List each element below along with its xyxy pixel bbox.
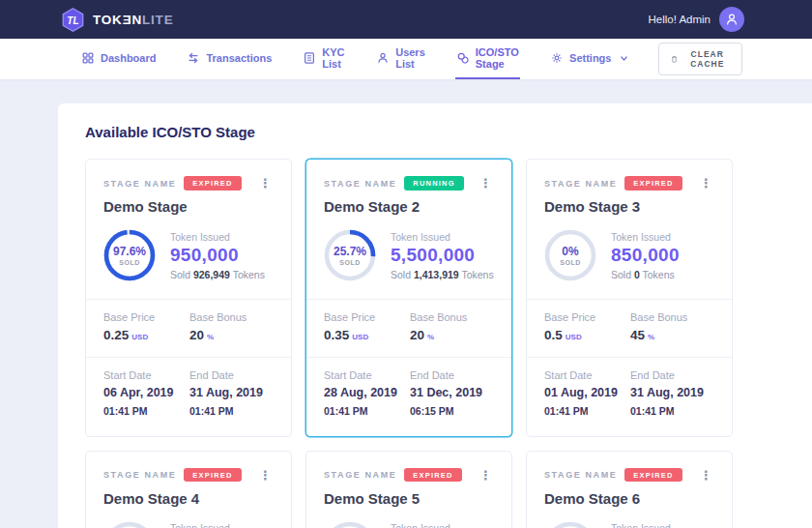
sold-tokens-line: Sold 0 Tokens xyxy=(611,269,680,280)
stage-card: STAGE NAME EXPIRED ⋮ Demo Stage 6 0% SOL… xyxy=(526,451,733,528)
nav-label: Settings xyxy=(569,52,611,64)
main-nav: Dashboard Transactions KYC List Users Li… xyxy=(0,39,812,79)
status-badge: RUNNING xyxy=(404,176,463,191)
stage-title: Demo Stage 2 xyxy=(324,198,496,215)
grid-icon xyxy=(81,51,95,65)
stage-name-label: STAGE NAME xyxy=(103,179,176,189)
nav-item-ico-sto-stage[interactable]: ICO/STO Stage xyxy=(455,39,520,79)
cards-grid: STAGE NAME EXPIRED ⋮ Demo Stage 97.6% SO… xyxy=(85,159,812,528)
status-badge: EXPIRED xyxy=(184,468,241,483)
usd-unit: USD xyxy=(352,333,368,341)
end-date-value: 31 Aug, 2019 01:41 PM xyxy=(630,384,709,421)
document-list-icon xyxy=(303,51,316,65)
end-date-value: 31 Dec, 2019 06:15 PM xyxy=(410,384,488,421)
nav-item-dashboard[interactable]: Dashboard xyxy=(80,39,157,79)
status-badge: EXPIRED xyxy=(184,176,241,191)
end-date-value: 31 Aug, 2019 01:41 PM xyxy=(189,384,268,421)
nav-label: Users List xyxy=(395,46,425,70)
transfer-arrows-icon xyxy=(187,51,200,65)
sold-tokens-value: 1,413,919 xyxy=(414,269,459,280)
stage-card: STAGE NAME EXPIRED ⋮ Demo Stage 5 0% SOL… xyxy=(305,451,512,528)
nav-item-settings[interactable]: Settings xyxy=(549,39,629,79)
sold-caption: SOLD xyxy=(119,259,139,266)
tokenlite-logo-icon: TL xyxy=(60,7,86,33)
start-date-label: Start Date xyxy=(324,369,402,381)
stage-name-label: STAGE NAME xyxy=(324,470,396,480)
stage-card: STAGE NAME EXPIRED ⋮ Demo Stage 3 0% SOL… xyxy=(526,159,733,437)
nav-item-transactions[interactable]: Transactions xyxy=(186,39,273,79)
end-date-label: End Date xyxy=(410,369,488,381)
kebab-menu-icon[interactable]: ⋮ xyxy=(696,175,716,191)
stage-title: Demo Stage 6 xyxy=(544,490,716,507)
nav-item-kyc-list[interactable]: KYC List xyxy=(302,39,346,79)
brand-logo[interactable]: TL TOKƎNLITE xyxy=(60,7,173,33)
start-date-label: Start Date xyxy=(103,369,182,381)
token-issued-label: Token Issued xyxy=(391,522,459,528)
user-avatar[interactable] xyxy=(719,7,744,32)
usd-unit: USD xyxy=(131,333,148,341)
kebab-menu-icon[interactable]: ⋮ xyxy=(476,467,496,484)
nav-label: KYC List xyxy=(322,46,345,70)
token-issued-label: Token Issued xyxy=(391,231,494,243)
base-price-value: 0.5USD xyxy=(544,326,630,343)
usd-unit: USD xyxy=(566,333,582,341)
stage-card: STAGE NAME RUNNING ⋮ Demo Stage 2 25.7% … xyxy=(305,159,512,437)
kebab-menu-icon[interactable]: ⋮ xyxy=(255,175,276,191)
stage-name-label: STAGE NAME xyxy=(544,179,617,189)
sold-percent: 97.6% xyxy=(113,245,146,258)
status-badge: EXPIRED xyxy=(404,468,461,483)
token-issued-label: Token Issued xyxy=(170,522,239,528)
sold-progress-ring: 0% SOLD xyxy=(544,521,596,528)
stage-title: Demo Stage 5 xyxy=(324,490,496,507)
stage-title: Demo Stage xyxy=(103,198,276,215)
sold-progress-ring: 0% SOLD xyxy=(544,229,596,281)
kebab-menu-icon[interactable]: ⋮ xyxy=(696,467,716,484)
chevron-down-icon xyxy=(620,54,628,63)
token-issued-value: 5,500,000 xyxy=(391,245,494,266)
base-price-value: 0.25USD xyxy=(103,326,189,343)
sold-tokens-line: Sold 926,949 Tokens xyxy=(170,269,265,280)
start-date-value: 06 Apr, 2019 01:41 PM xyxy=(103,384,182,421)
main-content: Available ICO/STO Stage STAGE NAME EXPIR… xyxy=(0,103,812,528)
sold-progress-ring: 0% SOLD xyxy=(324,521,376,528)
person-icon xyxy=(724,12,740,27)
nav-label: Transactions xyxy=(206,52,272,64)
kebab-menu-icon[interactable]: ⋮ xyxy=(476,175,496,191)
content-panel: Available ICO/STO Stage STAGE NAME EXPIR… xyxy=(58,103,812,528)
nav-item-users-list[interactable]: Users List xyxy=(375,39,426,79)
sold-progress-ring: 25.7% SOLD xyxy=(324,229,376,281)
clear-cache-label: CLEAR CACHE xyxy=(684,49,730,69)
end-date-label: End Date xyxy=(189,369,268,381)
top-header: TL TOKƎNLITE Hello! Admin xyxy=(0,0,812,39)
percent-unit: % xyxy=(648,333,654,341)
percent-unit: % xyxy=(427,333,434,341)
base-price-label: Base Price xyxy=(324,311,410,323)
token-issued-label: Token Issued xyxy=(170,231,265,243)
base-price-value: 0.35USD xyxy=(324,326,410,343)
status-badge: EXPIRED xyxy=(624,176,682,191)
status-badge: EXPIRED xyxy=(624,468,682,483)
token-issued-label: Token Issued xyxy=(611,231,680,243)
base-bonus-label: Base Bonus xyxy=(189,311,276,323)
nav-label: Dashboard xyxy=(101,52,156,64)
start-date-value: 01 Aug, 2019 01:41 PM xyxy=(544,384,623,421)
brand-wordmark: TOKƎNLITE xyxy=(93,13,173,27)
coins-icon xyxy=(456,51,470,65)
base-price-label: Base Price xyxy=(103,311,189,323)
sold-percent: 25.7% xyxy=(334,245,366,258)
sold-percent: 0% xyxy=(562,245,578,258)
base-price-label: Base Price xyxy=(544,311,630,323)
clear-cache-button[interactable]: CLEAR CACHE xyxy=(658,43,742,75)
sold-caption: SOLD xyxy=(560,259,580,266)
stage-name-label: STAGE NAME xyxy=(324,179,396,189)
stage-name-label: STAGE NAME xyxy=(544,470,617,480)
kebab-menu-icon[interactable]: ⋮ xyxy=(255,467,276,484)
stage-title: Demo Stage 4 xyxy=(103,490,276,507)
stage-title: Demo Stage 3 xyxy=(544,198,716,215)
sold-progress-ring: 97.6% SOLD xyxy=(103,229,156,281)
token-issued-label: Token Issued xyxy=(611,522,680,528)
greeting-text: Hello! Admin xyxy=(648,14,710,25)
trash-icon xyxy=(671,53,678,65)
stage-card: STAGE NAME EXPIRED ⋮ Demo Stage 4 0% SOL… xyxy=(85,451,292,528)
sold-progress-ring: 0% SOLD xyxy=(103,521,156,528)
